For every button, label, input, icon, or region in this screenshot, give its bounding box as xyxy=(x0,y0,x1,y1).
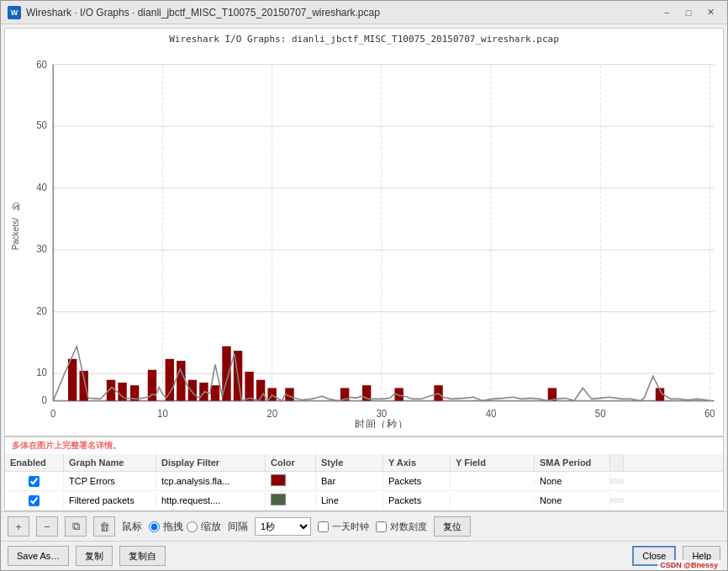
title-bar: W Wireshark · I/O Graphs · dianli_jbctf_… xyxy=(1,1,727,24)
row2-scroll xyxy=(610,498,624,503)
row1-graph-name: TCP Errors xyxy=(64,473,156,489)
svg-text:时间（秒）: 时间（秒） xyxy=(355,418,409,428)
svg-text:30: 30 xyxy=(36,243,47,254)
row2-display-filter: http.request.... xyxy=(156,493,266,508)
interval-label: 间隔 xyxy=(228,520,248,534)
branding-label: CSDN @Bnessy xyxy=(657,560,720,570)
col-y-axis: Y Axis xyxy=(383,454,451,471)
col-style: Style xyxy=(316,454,383,471)
copy-from-button[interactable]: 复制自 xyxy=(119,546,166,566)
row1-enabled[interactable] xyxy=(5,473,64,489)
copy-button[interactable]: 复制 xyxy=(76,546,113,566)
row1-y-field xyxy=(451,478,535,484)
mouse-mode-group: 拖拽 缩放 xyxy=(149,520,221,534)
app-icon: W xyxy=(8,6,21,19)
col-sma-period: SMA Period xyxy=(535,454,610,471)
drag-label: 拖拽 xyxy=(163,520,183,534)
chart-svg: 0 10 20 30 40 50 60 0 10 20 30 40 50 60 … xyxy=(5,46,723,428)
bottom-controls: + − ⧉ 🗑 鼠标 拖拽 缩放 间隔 1秒 10秒 100毫秒 一天时钟 对数… xyxy=(1,511,727,541)
svg-rect-44 xyxy=(245,372,253,401)
bottom-row2: Save As… 复制 复制自 Close Help xyxy=(1,541,727,570)
row2-enabled[interactable] xyxy=(5,493,64,509)
col-display-filter: Display Filter xyxy=(156,454,266,471)
svg-text:10: 10 xyxy=(36,367,47,378)
row2-style: Line xyxy=(316,493,383,508)
row2-sma-period: None xyxy=(535,493,610,508)
row2-graph-name: Filtered packets xyxy=(64,493,156,508)
log-scale-ctrl: 对数刻度 xyxy=(376,521,427,533)
svg-text:40: 40 xyxy=(36,182,47,193)
add-graph-button[interactable]: + xyxy=(8,516,29,537)
close-button[interactable]: ✕ xyxy=(700,4,720,21)
svg-text:20: 20 xyxy=(266,408,277,419)
one-day-clock-ctrl: 一天时钟 xyxy=(318,521,369,533)
svg-text:40: 40 xyxy=(486,408,497,419)
svg-text:20: 20 xyxy=(36,305,47,316)
svg-text:0: 0 xyxy=(42,394,48,405)
col-y-field: Y Field xyxy=(451,454,535,471)
watermark-bar: 多体在图片上完整署名详情。 xyxy=(4,436,724,454)
window-controls: − □ ✕ xyxy=(657,4,720,21)
svg-text:10: 10 xyxy=(157,408,168,419)
chart-area: Wireshark I/O Graphs: dianli_jbctf_MISC_… xyxy=(4,28,724,436)
row2-color[interactable] xyxy=(266,491,316,510)
reset-button[interactable]: 复位 xyxy=(434,516,471,537)
scrollbar-header xyxy=(610,454,624,471)
drag-radio[interactable] xyxy=(149,521,160,532)
row2-y-axis: Packets xyxy=(383,493,451,508)
row1-color-box[interactable] xyxy=(271,474,286,486)
graph-table: Enabled Graph Name Display Filter Color … xyxy=(4,454,724,511)
row2-y-field xyxy=(451,498,535,503)
svg-text:60: 60 xyxy=(36,59,47,70)
col-enabled: Enabled xyxy=(5,454,64,471)
mouse-label: 鼠标 xyxy=(122,520,142,534)
row1-sma-period: None xyxy=(535,473,610,489)
log-scale-label: 对数刻度 xyxy=(390,521,427,533)
zoom-label: 缩放 xyxy=(201,520,221,534)
table-row[interactable]: Filtered packets http.request.... Line P… xyxy=(5,491,723,510)
svg-rect-38 xyxy=(177,361,185,401)
row1-display-filter: tcp.analysis.fla... xyxy=(156,473,266,489)
row1-y-axis: Packets xyxy=(383,473,451,489)
svg-text:0: 0 xyxy=(50,408,56,419)
row1-style: Bar xyxy=(316,473,383,489)
row1-color[interactable] xyxy=(266,472,316,490)
row1-checkbox[interactable] xyxy=(29,476,40,487)
svg-rect-39 xyxy=(188,380,197,401)
window-title: Wireshark · I/O Graphs · dianli_jbctf_MI… xyxy=(26,7,380,19)
clear-graph-button[interactable]: 🗑 xyxy=(93,516,115,537)
title-bar-left: W Wireshark · I/O Graphs · dianli_jbctf_… xyxy=(8,6,380,19)
chart-title: Wireshark I/O Graphs: dianli_jbctf_MISC_… xyxy=(5,29,723,46)
minimize-button[interactable]: − xyxy=(657,4,677,21)
one-day-clock-checkbox[interactable] xyxy=(318,521,329,532)
row2-checkbox[interactable] xyxy=(29,495,40,506)
svg-rect-37 xyxy=(166,359,174,401)
svg-text:50: 50 xyxy=(595,408,606,419)
interval-select[interactable]: 1秒 10秒 100毫秒 xyxy=(255,517,311,536)
watermark-text: 多体在图片上完整署名详情。 xyxy=(12,441,121,450)
svg-rect-41 xyxy=(211,385,219,400)
svg-text:60: 60 xyxy=(704,408,715,419)
table-header: Enabled Graph Name Display Filter Color … xyxy=(5,454,723,472)
one-day-clock-label: 一天时钟 xyxy=(332,521,369,533)
table-row[interactable]: TCP Errors tcp.analysis.fla... Bar Packe… xyxy=(5,472,723,491)
log-scale-checkbox[interactable] xyxy=(376,521,387,532)
svg-rect-40 xyxy=(199,383,208,401)
main-window: W Wireshark · I/O Graphs · dianli_jbctf_… xyxy=(0,0,728,571)
maximize-button[interactable]: □ xyxy=(678,4,699,21)
row1-scroll xyxy=(610,478,624,484)
col-graph-name: Graph Name xyxy=(64,454,156,471)
row2-color-box[interactable] xyxy=(271,494,286,505)
svg-rect-31 xyxy=(68,359,76,401)
save-as-button[interactable]: Save As… xyxy=(8,546,69,566)
copy-graph-button[interactable]: ⧉ xyxy=(65,516,87,537)
zoom-radio[interactable] xyxy=(187,521,198,532)
svg-text:50: 50 xyxy=(36,119,47,130)
chart-container: Packets/秒 0 xyxy=(5,46,723,428)
col-color: Color xyxy=(266,454,316,471)
remove-graph-button[interactable]: − xyxy=(36,516,58,537)
